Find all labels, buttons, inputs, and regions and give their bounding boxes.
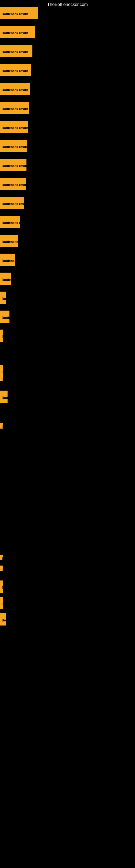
bar-label: Bottleneck result	[0, 26, 35, 38]
bar-label: Bottleneck res	[0, 197, 24, 209]
bar-label: Bottleneck result	[0, 159, 27, 171]
bar-item: Bottleneck result	[0, 178, 26, 190]
bar-label: Bottlene	[0, 273, 11, 285]
bar-item: B	[0, 597, 3, 609]
bar-item: Bottlen	[0, 311, 9, 323]
bar-item: Bottleneck result	[0, 7, 38, 19]
bar-label: |	[0, 565, 3, 571]
bar-label: Bo	[0, 291, 6, 304]
bar-item: Bottleneck res	[0, 197, 24, 209]
bar-label: Bottleneck result	[0, 45, 32, 57]
bar-item: Bottleneck result	[0, 26, 35, 38]
bar-item: Bottleneck result	[0, 140, 27, 152]
bar-label: Bottleneck re	[0, 235, 18, 247]
bar-item: B	[0, 581, 3, 593]
bar-label: Bottleneck result	[0, 121, 28, 133]
bar-item: B	[0, 330, 3, 342]
bar-label: B	[0, 330, 3, 342]
bar-label: B	[0, 581, 3, 593]
bar-label: E	[0, 423, 3, 429]
bar-item: Bottleneck result	[0, 159, 27, 171]
bar-label: |	[0, 376, 3, 381]
bar-label: Bottleneck re	[0, 254, 15, 266]
bar-item: Bo	[0, 613, 6, 625]
bar-label: Bottleneck result	[0, 102, 29, 114]
bar-item: E	[0, 555, 2, 560]
bar-item: Bo	[0, 291, 6, 304]
bar-label: Bottleneck result	[0, 64, 31, 76]
bar-label: Bott	[0, 391, 8, 403]
bar-item: Bottleneck result	[0, 102, 29, 114]
bar-item: Bott	[0, 391, 8, 403]
bar-item: Bottleneck re	[0, 254, 15, 266]
bar-label: Bottleneck result	[0, 140, 27, 152]
bar-label: Bottlen	[0, 311, 9, 323]
bar-label: Bottleneck result	[0, 178, 26, 190]
bar-label: E	[0, 555, 3, 560]
bar-item: Bottleneck result	[0, 121, 28, 133]
bar-item: |	[0, 565, 2, 571]
bar-label: Bottleneck result	[0, 7, 38, 19]
bar-item: Bottleneck result	[0, 45, 32, 57]
bar-item: E	[0, 423, 2, 429]
bar-label: Bottleneck result	[0, 83, 30, 95]
bar-label: Bottleneck re	[0, 216, 20, 228]
bar-label: B	[0, 597, 3, 609]
bar-item: Bottleneck re	[0, 216, 20, 228]
bar-item: Bottleneck re	[0, 235, 18, 247]
bar-item: Bottlene	[0, 273, 11, 285]
bar-item: Bottleneck result	[0, 83, 30, 95]
bar-label: Bo	[0, 613, 6, 625]
bar-item: Bottleneck result	[0, 64, 31, 76]
bar-item: |	[0, 376, 2, 381]
